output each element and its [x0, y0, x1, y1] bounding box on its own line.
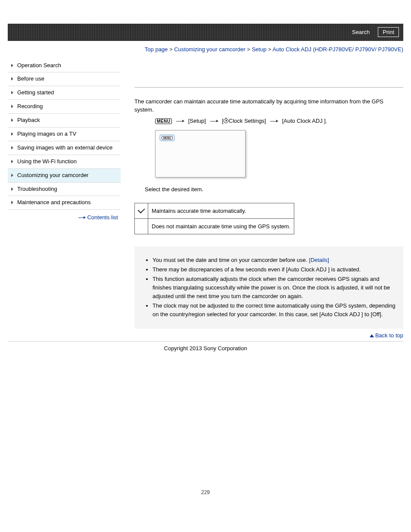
- note-item: This function automatically adjusts the …: [153, 275, 398, 301]
- nav-playback[interactable]: Playback: [8, 114, 121, 128]
- arrow-icon: [176, 121, 184, 121]
- search-button[interactable]: Search: [347, 27, 374, 37]
- page-number: 229: [8, 489, 403, 495]
- mini-menu-highlight: MENU: [160, 135, 174, 141]
- path-setup: [Setup]: [188, 118, 208, 124]
- arrow-right-icon: [78, 218, 85, 218]
- nav-operation-search[interactable]: Operation Search: [8, 59, 121, 73]
- arrow-icon: [210, 121, 218, 121]
- table-row: Does not maintain accurate time using th…: [135, 218, 294, 234]
- back-to-top-wrap: Back to top: [134, 332, 403, 339]
- top-banner: Search Print: [8, 24, 403, 41]
- option-on-icon-cell: [135, 203, 148, 218]
- print-button[interactable]: Print: [378, 27, 399, 37]
- instruction-text: Select the desired item.: [145, 186, 403, 193]
- screen-mock-image: MENU: [155, 130, 246, 177]
- note-item: You must set the date and time on your c…: [153, 256, 398, 264]
- menu-icon: MENU: [155, 118, 172, 124]
- option-off-icon-cell: [135, 218, 148, 234]
- nav-saving-external[interactable]: Saving images with an external device: [8, 141, 121, 155]
- mini-menu-label: MENU: [162, 136, 173, 140]
- arrow-icon: [270, 121, 278, 121]
- table-row: Maintains accurate time automatically.: [135, 203, 294, 218]
- note-item: There may be discrepancies of a few seco…: [153, 265, 398, 274]
- nav-customizing[interactable]: Customizing your camcorder: [8, 169, 121, 183]
- path-item: [Auto Clock ADJ ].: [282, 118, 327, 124]
- nav-before-use[interactable]: Before use: [8, 72, 121, 86]
- nav-wifi[interactable]: Using the Wi-Fi function: [8, 155, 121, 169]
- option-on-desc: Maintains accurate time automatically.: [148, 203, 294, 218]
- nav-recording[interactable]: Recording: [8, 100, 121, 114]
- options-table: Maintains accurate time automatically. D…: [134, 203, 294, 234]
- clock-icon: [224, 118, 228, 123]
- path-clock: Clock Settings]: [229, 118, 268, 124]
- main-content: The camcorder can maintain accurate time…: [121, 59, 403, 341]
- nav-troubleshooting[interactable]: Troubleshooting: [8, 183, 121, 196]
- note-item: The clock may not be adjusted to the cor…: [153, 302, 398, 319]
- breadcrumb-current[interactable]: Auto Clock ADJ (HDR-PJ780VE/ PJ790V/ PJ7…: [273, 46, 403, 53]
- breadcrumb-section[interactable]: Customizing your camcorder: [174, 46, 245, 53]
- nav-getting-started[interactable]: Getting started: [8, 86, 121, 100]
- check-icon: [138, 206, 145, 213]
- copyright-text: Copyright 2013 Sony Corporation: [8, 342, 403, 377]
- breadcrumb-top[interactable]: Top page: [145, 46, 168, 53]
- breadcrumb-sep: >: [246, 46, 252, 53]
- breadcrumb-sep: >: [168, 46, 174, 53]
- option-off-desc: Does not maintain accurate time using th…: [148, 218, 294, 234]
- note-1-text: You must set the date and time on your c…: [153, 257, 309, 263]
- menu-path: MENU [Setup] [Clock Settings] [Auto Cloc…: [134, 118, 403, 124]
- details-link[interactable]: [Details]: [309, 257, 329, 263]
- up-triangle-icon: [370, 334, 374, 337]
- notes-section: You must set the date and time on your c…: [134, 246, 403, 329]
- back-to-top-link[interactable]: Back to top: [375, 332, 403, 339]
- contents-list-link[interactable]: Contents list: [87, 214, 118, 221]
- sidebar: Operation Search Before use Getting star…: [8, 59, 121, 221]
- section-divider: [134, 87, 403, 88]
- intro-text: The camcorder can maintain accurate time…: [134, 97, 403, 114]
- breadcrumb: Top page > Customizing your camcorder > …: [8, 45, 403, 54]
- contents-list-wrap: Contents list: [8, 210, 121, 221]
- nav-playing-tv[interactable]: Playing images on a TV: [8, 128, 121, 141]
- breadcrumb-sub[interactable]: Setup: [252, 46, 266, 53]
- breadcrumb-sep: >: [266, 46, 272, 53]
- nav-maintenance[interactable]: Maintenance and precautions: [8, 196, 121, 210]
